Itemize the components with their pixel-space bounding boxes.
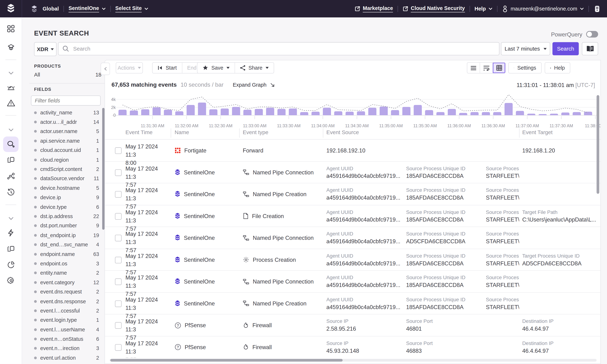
field-item[interactable]: dst_end…svc_name4 <box>29 240 101 249</box>
sidebar-item-history[interactable] <box>4 186 17 199</box>
column-header-event-target[interactable]: Event Target <box>522 129 552 135</box>
histogram-bar[interactable] <box>119 110 127 115</box>
column-header-event-source[interactable]: Event Source <box>326 129 359 135</box>
sidebar-item-endpoints[interactable] <box>4 242 17 255</box>
field-item[interactable]: dst.ip.address22 <box>29 212 101 221</box>
filter-fields-input[interactable] <box>31 95 101 105</box>
field-item[interactable]: event.category12 <box>29 278 101 287</box>
field-item[interactable]: event.n…onStatus6 <box>29 334 101 344</box>
powerquery-toggle[interactable] <box>586 31 598 38</box>
histogram-bar[interactable] <box>289 109 297 115</box>
field-item[interactable]: event.dns.response2 <box>29 297 101 306</box>
histogram-bar[interactable] <box>482 112 490 115</box>
field-item[interactable]: endpoint.os3 <box>29 259 101 268</box>
histogram-bar[interactable] <box>436 112 445 115</box>
row-checkbox[interactable] <box>115 300 122 307</box>
field-item[interactable]: device.type6 <box>29 202 101 212</box>
search-input[interactable] <box>72 45 495 52</box>
histogram-bar[interactable] <box>584 112 592 115</box>
histogram-bar[interactable] <box>345 112 354 115</box>
column-divider[interactable] <box>239 128 239 138</box>
field-item[interactable]: api.service.name1 <box>29 136 101 145</box>
row-checkbox[interactable] <box>115 213 122 219</box>
field-item[interactable]: endpoint.name63 <box>29 249 101 259</box>
event-row[interactable]: May 17 2024 11:37:57SentinelOneNamed Pip… <box>105 271 600 293</box>
field-item[interactable]: event.url.action2 <box>29 353 101 363</box>
cloud-native-security-link[interactable]: Cloud Native Security <box>403 5 465 12</box>
histogram-bar[interactable] <box>459 113 467 115</box>
histogram-bar[interactable] <box>323 108 331 115</box>
row-checkbox[interactable] <box>115 257 122 263</box>
event-row[interactable]: May 17 2024 11:37:57SentinelOneFile Crea… <box>105 205 600 227</box>
sidebar-item-singularity[interactable] <box>4 41 17 54</box>
event-histogram-chart[interactable]: 02k4k11:31:30 AM11:32:00 AM11:32:30 AM11… <box>105 60 600 129</box>
row-checkbox[interactable] <box>115 322 122 329</box>
histogram-bar[interactable] <box>153 107 161 115</box>
column-divider[interactable] <box>323 128 323 138</box>
sidebar-item-alerts[interactable] <box>4 81 17 94</box>
histogram-bar[interactable] <box>209 109 217 115</box>
horizontal-scrollbar[interactable] <box>110 359 597 362</box>
fields-scrollbar[interactable] <box>102 108 105 230</box>
console-drawer-icon[interactable] <box>593 5 601 13</box>
sidebar-item-event-search-active[interactable] <box>3 136 18 152</box>
histogram-bar[interactable] <box>380 107 388 115</box>
sentinelone-logo-icon[interactable] <box>0 0 22 17</box>
event-row[interactable]: May 17 2024 11:37:57SentinelOneNamed Pip… <box>105 227 600 249</box>
event-row[interactable]: May 17 2024 11:37:57SentinelOneProcess C… <box>105 249 600 271</box>
field-item[interactable]: event.l…ccessful2 <box>29 306 101 315</box>
field-item[interactable]: actor.user.name5 <box>29 127 101 136</box>
field-item[interactable]: event.n…irection3 <box>29 344 101 353</box>
column-divider[interactable] <box>519 128 520 138</box>
site-selector[interactable]: Select Site <box>115 5 148 12</box>
field-item[interactable]: device.ip9 <box>29 193 101 202</box>
histogram-bar[interactable] <box>243 110 251 115</box>
histogram-bar[interactable] <box>221 109 229 115</box>
section-collapse-chevron[interactable] <box>4 123 17 137</box>
column-divider[interactable] <box>171 128 171 138</box>
row-checkbox[interactable] <box>115 235 122 241</box>
time-range-dropdown[interactable]: Last 7 minutes <box>501 42 550 55</box>
event-row[interactable]: May 17 2024 11:37:57?PfSenseFirewallSour… <box>105 336 600 358</box>
section-collapse-chevron[interactable] <box>4 212 17 225</box>
histogram-bar[interactable] <box>277 109 286 115</box>
histogram-bar[interactable] <box>516 111 524 115</box>
products-all-item[interactable]: All 18 <box>34 72 101 78</box>
histogram-bar[interactable] <box>266 108 274 115</box>
vertical-scrollbar-thumb[interactable] <box>597 95 599 194</box>
histogram-bar[interactable] <box>334 111 343 115</box>
histogram-bar[interactable] <box>232 107 240 115</box>
field-item[interactable]: event.l…userName4 <box>29 325 101 334</box>
sidebar-item-settings[interactable] <box>4 274 17 287</box>
row-checkbox[interactable] <box>115 278 122 285</box>
row-checkbox[interactable] <box>115 191 122 198</box>
histogram-bar[interactable] <box>470 112 479 115</box>
search-button[interactable]: Search <box>552 42 579 55</box>
row-checkbox[interactable] <box>115 147 122 154</box>
event-row[interactable]: May 17 2024 11:37:57?PfSenseFirewallSour… <box>105 314 600 336</box>
column-header-event-time[interactable]: Event Time <box>125 129 152 135</box>
histogram-bar[interactable] <box>504 103 513 115</box>
org-selector[interactable]: SentinelOne <box>69 5 106 12</box>
histogram-bar[interactable] <box>538 114 547 115</box>
field-item[interactable]: activity_name13 <box>29 108 101 117</box>
sidebar-item-assets[interactable] <box>4 153 17 166</box>
field-item[interactable]: cmdScript.content2 <box>29 164 101 174</box>
field-item[interactable]: cloud.account.uid1 <box>29 145 101 155</box>
scope-dropdown[interactable]: XDR <box>34 42 57 56</box>
histogram-bar[interactable] <box>573 112 581 115</box>
histogram-bar[interactable] <box>391 110 399 115</box>
field-item[interactable]: entity.name2 <box>29 268 101 278</box>
column-header-name[interactable]: Name <box>175 129 189 135</box>
query-library-button[interactable] <box>582 42 598 55</box>
histogram-bar[interactable] <box>198 103 206 115</box>
event-row[interactable]: May 17 2024 11:37:57SentinelOneNamed Pip… <box>105 183 600 205</box>
horizontal-scrollbar-thumb[interactable] <box>110 359 343 362</box>
field-item[interactable]: device.hostname5 <box>29 183 101 193</box>
histogram-bar[interactable] <box>175 111 183 115</box>
field-item[interactable]: event.login.type1 <box>29 315 101 325</box>
column-header-event-type[interactable]: Event type <box>243 129 268 135</box>
histogram-bar[interactable] <box>425 110 433 115</box>
event-row[interactable]: May 17 2024 11:37:57SentinelOneNamed Pip… <box>105 293 600 314</box>
event-row[interactable]: May 17 2024 11:37:57SentinelOneNamed Pip… <box>105 161 600 183</box>
